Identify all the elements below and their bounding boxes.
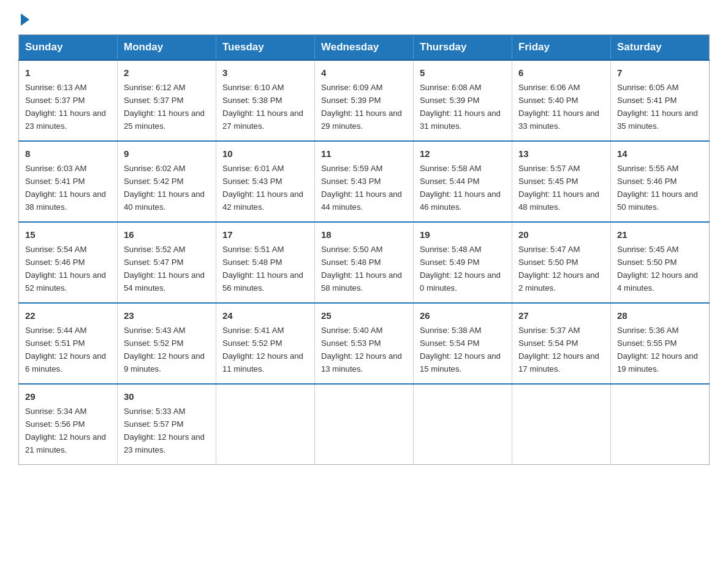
day-number: 4	[321, 66, 407, 80]
day-info: Sunrise: 6:01 AMSunset: 5:43 PMDaylight:…	[222, 164, 303, 212]
calendar-cell: 23Sunrise: 5:43 AMSunset: 5:52 PMDayligh…	[118, 303, 216, 384]
day-info: Sunrise: 5:38 AMSunset: 5:54 PMDaylight:…	[420, 326, 501, 373]
day-info: Sunrise: 5:36 AMSunset: 5:55 PMDaylight:…	[617, 326, 698, 373]
day-number: 13	[518, 147, 604, 161]
day-number: 2	[124, 66, 210, 80]
day-info: Sunrise: 5:52 AMSunset: 5:47 PMDaylight:…	[124, 245, 205, 293]
calendar-cell: 6Sunrise: 6:06 AMSunset: 5:40 PMDaylight…	[512, 60, 611, 141]
day-info: Sunrise: 6:12 AMSunset: 5:37 PMDaylight:…	[124, 83, 205, 131]
week-row-1: 1Sunrise: 6:13 AMSunset: 5:37 PMDaylight…	[19, 60, 710, 141]
day-info: Sunrise: 6:13 AMSunset: 5:37 PMDaylight:…	[25, 83, 106, 131]
day-info: Sunrise: 5:57 AMSunset: 5:45 PMDaylight:…	[518, 164, 599, 212]
calendar-cell: 18Sunrise: 5:50 AMSunset: 5:48 PMDayligh…	[315, 222, 414, 303]
day-number: 11	[321, 147, 407, 161]
day-info: Sunrise: 5:43 AMSunset: 5:52 PMDaylight:…	[124, 326, 205, 373]
day-info: Sunrise: 5:59 AMSunset: 5:43 PMDaylight:…	[321, 164, 402, 212]
day-number: 3	[222, 66, 308, 80]
header-monday: Monday	[118, 35, 216, 61]
day-info: Sunrise: 6:05 AMSunset: 5:41 PMDaylight:…	[617, 83, 698, 131]
day-number: 29	[25, 389, 111, 404]
day-info: Sunrise: 5:33 AMSunset: 5:57 PMDaylight:…	[124, 407, 205, 454]
calendar-cell: 4Sunrise: 6:09 AMSunset: 5:39 PMDaylight…	[315, 60, 414, 141]
calendar-cell: 27Sunrise: 5:37 AMSunset: 5:54 PMDayligh…	[512, 303, 611, 384]
day-number: 24	[222, 308, 308, 323]
day-info: Sunrise: 5:34 AMSunset: 5:56 PMDaylight:…	[25, 407, 106, 454]
day-info: Sunrise: 5:51 AMSunset: 5:48 PMDaylight:…	[222, 245, 303, 293]
week-row-4: 22Sunrise: 5:44 AMSunset: 5:51 PMDayligh…	[19, 303, 710, 384]
header-wednesday: Wednesday	[315, 35, 414, 61]
day-number: 23	[124, 308, 210, 323]
calendar-cell: 22Sunrise: 5:44 AMSunset: 5:51 PMDayligh…	[19, 303, 118, 384]
day-number: 20	[518, 228, 604, 242]
day-number: 19	[420, 228, 506, 242]
day-info: Sunrise: 5:44 AMSunset: 5:51 PMDaylight:…	[25, 326, 106, 373]
calendar-cell: 14Sunrise: 5:55 AMSunset: 5:46 PMDayligh…	[611, 141, 710, 222]
day-number: 1	[25, 66, 111, 80]
calendar-cell: 28Sunrise: 5:36 AMSunset: 5:55 PMDayligh…	[611, 303, 710, 384]
week-row-3: 15Sunrise: 5:54 AMSunset: 5:46 PMDayligh…	[19, 222, 710, 303]
day-number: 9	[124, 147, 210, 161]
calendar-table: SundayMondayTuesdayWednesdayThursdayFrid…	[18, 34, 710, 465]
calendar-cell: 5Sunrise: 6:08 AMSunset: 5:39 PMDaylight…	[414, 60, 512, 141]
day-info: Sunrise: 5:50 AMSunset: 5:48 PMDaylight:…	[321, 245, 402, 293]
day-info: Sunrise: 6:09 AMSunset: 5:39 PMDaylight:…	[321, 83, 402, 131]
calendar-cell: 3Sunrise: 6:10 AMSunset: 5:38 PMDaylight…	[216, 60, 315, 141]
calendar-cell: 11Sunrise: 5:59 AMSunset: 5:43 PMDayligh…	[315, 141, 414, 222]
day-number: 16	[124, 228, 210, 242]
day-info: Sunrise: 6:02 AMSunset: 5:42 PMDaylight:…	[124, 164, 205, 212]
day-number: 6	[518, 66, 604, 80]
logo-arrow-icon	[21, 13, 29, 26]
calendar-cell: 1Sunrise: 6:13 AMSunset: 5:37 PMDaylight…	[19, 60, 118, 141]
day-number: 8	[25, 147, 111, 161]
calendar-header-row: SundayMondayTuesdayWednesdayThursdayFrid…	[19, 35, 710, 61]
day-info: Sunrise: 5:54 AMSunset: 5:46 PMDaylight:…	[25, 245, 106, 293]
calendar-cell: 19Sunrise: 5:48 AMSunset: 5:49 PMDayligh…	[414, 222, 512, 303]
header-sunday: Sunday	[19, 35, 118, 61]
day-number: 30	[124, 389, 210, 404]
calendar-cell	[216, 384, 315, 464]
day-number: 18	[321, 228, 407, 242]
calendar-cell: 20Sunrise: 5:47 AMSunset: 5:50 PMDayligh…	[512, 222, 611, 303]
calendar-cell: 26Sunrise: 5:38 AMSunset: 5:54 PMDayligh…	[414, 303, 512, 384]
day-number: 26	[420, 308, 506, 323]
header-thursday: Thursday	[414, 35, 512, 61]
day-info: Sunrise: 5:40 AMSunset: 5:53 PMDaylight:…	[321, 326, 402, 373]
calendar-cell: 7Sunrise: 6:05 AMSunset: 5:41 PMDaylight…	[611, 60, 710, 141]
day-info: Sunrise: 5:48 AMSunset: 5:49 PMDaylight:…	[420, 245, 501, 293]
calendar-cell	[611, 384, 710, 464]
header-friday: Friday	[512, 35, 611, 61]
day-info: Sunrise: 5:55 AMSunset: 5:46 PMDaylight:…	[617, 164, 698, 212]
day-info: Sunrise: 6:03 AMSunset: 5:41 PMDaylight:…	[25, 164, 106, 212]
calendar-cell: 9Sunrise: 6:02 AMSunset: 5:42 PMDaylight…	[118, 141, 216, 222]
day-number: 12	[420, 147, 506, 161]
day-info: Sunrise: 5:58 AMSunset: 5:44 PMDaylight:…	[420, 164, 501, 212]
calendar-cell	[315, 384, 414, 464]
page-header	[18, 12, 710, 23]
day-number: 10	[222, 147, 308, 161]
day-number: 14	[617, 147, 703, 161]
calendar-cell: 25Sunrise: 5:40 AMSunset: 5:53 PMDayligh…	[315, 303, 414, 384]
header-saturday: Saturday	[611, 35, 710, 61]
header-tuesday: Tuesday	[216, 35, 315, 61]
calendar-cell: 12Sunrise: 5:58 AMSunset: 5:44 PMDayligh…	[414, 141, 512, 222]
day-number: 22	[25, 308, 111, 323]
calendar-cell: 24Sunrise: 5:41 AMSunset: 5:52 PMDayligh…	[216, 303, 315, 384]
calendar-cell: 17Sunrise: 5:51 AMSunset: 5:48 PMDayligh…	[216, 222, 315, 303]
calendar-cell: 29Sunrise: 5:34 AMSunset: 5:56 PMDayligh…	[19, 384, 118, 464]
logo	[18, 12, 29, 23]
day-info: Sunrise: 6:06 AMSunset: 5:40 PMDaylight:…	[518, 83, 599, 131]
calendar-cell: 8Sunrise: 6:03 AMSunset: 5:41 PMDaylight…	[19, 141, 118, 222]
week-row-5: 29Sunrise: 5:34 AMSunset: 5:56 PMDayligh…	[19, 384, 710, 464]
day-info: Sunrise: 5:37 AMSunset: 5:54 PMDaylight:…	[518, 326, 599, 373]
calendar-cell: 30Sunrise: 5:33 AMSunset: 5:57 PMDayligh…	[118, 384, 216, 464]
day-number: 27	[518, 308, 604, 323]
day-info: Sunrise: 6:08 AMSunset: 5:39 PMDaylight:…	[420, 83, 501, 131]
calendar-cell: 2Sunrise: 6:12 AMSunset: 5:37 PMDaylight…	[118, 60, 216, 141]
calendar-cell	[512, 384, 611, 464]
calendar-cell: 15Sunrise: 5:54 AMSunset: 5:46 PMDayligh…	[19, 222, 118, 303]
day-number: 5	[420, 66, 506, 80]
day-number: 25	[321, 308, 407, 323]
day-info: Sunrise: 5:41 AMSunset: 5:52 PMDaylight:…	[222, 326, 303, 373]
day-number: 21	[617, 228, 703, 242]
calendar-cell: 13Sunrise: 5:57 AMSunset: 5:45 PMDayligh…	[512, 141, 611, 222]
